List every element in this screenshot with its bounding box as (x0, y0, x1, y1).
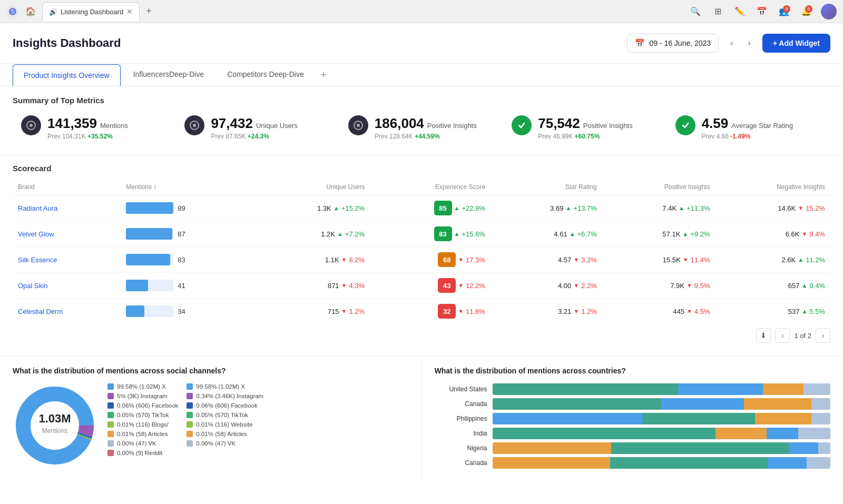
mentions-value: 141,359 (47, 115, 97, 132)
unique-users-cell: 1.2K ▲ +7.2% (257, 221, 370, 247)
mentions-cell: 41 (121, 273, 257, 299)
positive-insights-1-label: Positive Insights (427, 122, 477, 130)
summary-section-title: Summary of Top Metrics (0, 86, 843, 110)
exp-score-cell: 32 ▼ 11.8% (370, 299, 491, 324)
browser-tab[interactable]: 🔊 Listening Dashboard ✕ (42, 2, 140, 21)
positive-insights-2-sub: Prev 46.99K +60.75% (538, 133, 632, 140)
svg-text:Mentions: Mentions (42, 427, 68, 434)
date-picker[interactable]: 📅 09 - 16 June, 2023 (627, 34, 719, 53)
tab-close-icon[interactable]: ✕ (126, 7, 133, 16)
star-rating-cell: 3.69 ▲ +13.7% (491, 195, 602, 221)
legend-item: 0.34% (3.46K) Instagram (187, 393, 263, 399)
star-rating-label: Average Star Rating (731, 122, 793, 130)
star-rating-cell: 4.57 ▼ 3.2% (491, 247, 602, 273)
star-rating-icon (675, 115, 695, 135)
svg-text:1.03M: 1.03M (38, 412, 71, 425)
countries-title: What is the distribution of mentions acr… (435, 367, 831, 375)
metric-unique-users: 97,432 Unique Users Prev 87.65K +24.3% (176, 110, 339, 145)
star-rating-sub: Prev 4.66 -1.49% (702, 133, 793, 140)
scorecard-header-row: Brand Mentions ↕ Unique Users Experience… (13, 179, 830, 195)
scorecard-footer: ⬇ ‹ 1 of 2 › (13, 324, 830, 347)
table-row: Radiant Aura 89 1.3K ▲ +15.2% 85 ▲ +22. (13, 195, 830, 221)
main-content: Insights Dashboard 📅 09 - 16 June, 2023 … (0, 23, 843, 504)
legend-item: 0.01% (116) Blogs/ (107, 421, 178, 428)
date-next-button[interactable]: › (744, 37, 753, 49)
list-item: India (435, 428, 831, 439)
table-row: Opal Skin 41 871 ▼ 4.3% 43 ▼ 12.2% (13, 273, 830, 299)
edit-icon[interactable]: ✏️ (732, 4, 747, 19)
unique-users-cell: 1.3K ▲ +15.2% (257, 195, 370, 221)
mentions-cell: 34 (121, 299, 257, 324)
svg-text:S: S (11, 9, 15, 15)
date-range-text: 09 - 16 June, 2023 (649, 39, 711, 47)
browser-actions: 🔍 ⊞ ✏️ 📅 👥 8 🔔 8 (688, 4, 837, 19)
pos-insights-cell: 57.1K ▲ +9.2% (602, 221, 715, 247)
calendar-icon[interactable]: 📅 (754, 4, 769, 19)
bell-icon[interactable]: 🔔 8 (799, 4, 813, 19)
people-badge: 8 (783, 5, 790, 13)
date-prev-button[interactable]: ‹ (727, 37, 736, 49)
mentions-sub: Prev 104.31K +35.52% (47, 133, 128, 140)
tabs-bar: Product Insights Overview InfluencersDee… (0, 64, 843, 86)
metric-positive-insights-1: 186,004 Positive Insights Prev 128.64K +… (340, 110, 503, 145)
star-rating-cell: 3.21 ▼ 1.2% (491, 299, 602, 324)
metric-positive-insights-1-info: 186,004 Positive Insights Prev 128.64K +… (375, 115, 477, 140)
brand-cell: Celestial Derm (13, 299, 121, 324)
tab-add-button[interactable]: + (317, 65, 331, 85)
add-widget-button[interactable]: + Add Widget (762, 34, 830, 53)
legend-item: 0.00% (47) VK (187, 440, 263, 447)
export-icon-btn[interactable]: ⬇ (756, 328, 771, 343)
metric-unique-users-info: 97,432 Unique Users Prev 87.65K +24.3% (211, 115, 297, 140)
svg-point-8 (23, 394, 86, 457)
legend-item: 0.01% (58) Articles (187, 431, 263, 437)
page-title: Insights Dashboard (13, 36, 619, 50)
legend-item: 5% (3K) Instagram (107, 393, 178, 399)
legend-item: 0.06% (606) Facebook (187, 402, 263, 409)
tab-influencers[interactable]: InfluencersDeep-Dive (123, 64, 215, 86)
search-icon[interactable]: 🔍 (688, 4, 703, 19)
tab-competitors[interactable]: Competitors Deep-Dive (217, 64, 315, 86)
exp-score-cell: 43 ▼ 12.2% (370, 273, 491, 299)
countries-panel: What is the distribution of mentions acr… (422, 356, 844, 479)
scorecard-table: Brand Mentions ↕ Unique Users Experience… (13, 179, 830, 324)
metric-positive-insights-2: 75,542 Positive Insights Prev 46.99K +60… (503, 110, 666, 145)
positive-insights-1-icon (348, 115, 368, 135)
next-page-button[interactable]: › (816, 328, 830, 343)
prev-page-button[interactable]: ‹ (775, 328, 790, 343)
tab-product-insights[interactable]: Product Insights Overview (13, 64, 121, 86)
metric-star-rating: 4.59 Average Star Rating Prev 4.66 -1.49… (667, 110, 830, 145)
table-row: Silk Essence 83 1.1K ▼ 8.2% 68 ▼ 17.3% (13, 247, 830, 273)
star-rating-cell: 4.00 ▼ 2.2% (491, 273, 602, 299)
tab-favicon: 🔊 (49, 8, 57, 16)
table-row: Velvet Glow 87 1.2K ▲ +7.2% 83 ▲ +15.6% (13, 221, 830, 247)
col-mentions[interactable]: Mentions ↕ (121, 179, 257, 195)
legend-item: 99.58% (1.02M) X (107, 383, 178, 390)
social-channels-title: What is the distribution of mentions acr… (13, 367, 409, 375)
metric-positive-insights-1-main: 186,004 Positive Insights (375, 115, 477, 132)
mentions-label: Mentions (100, 122, 128, 130)
legend-item: 0.05% (570) TikTok (107, 412, 178, 418)
col-positive-insights: Positive Insights (602, 179, 715, 195)
legend-item: 0.05% (570) TikTok (187, 412, 263, 418)
new-tab-button[interactable]: + (144, 4, 154, 19)
donut-area: 1.03M Mentions 99.58% (1.02M) X5% (3K) I… (13, 383, 409, 468)
positive-insights-2-value: 75,542 (538, 115, 580, 132)
grid-icon[interactable]: ⊞ (710, 4, 725, 19)
metric-star-rating-main: 4.59 Average Star Rating (702, 115, 793, 132)
svg-point-3 (30, 124, 33, 127)
mentions-icon (21, 115, 41, 135)
pos-insights-cell: 7.9K ▼ 9.5% (602, 273, 715, 299)
pos-insights-cell: 15.5K ▼ 11.4% (602, 247, 715, 273)
neg-insights-cell: 6.6K ▼ 9.4% (715, 221, 830, 247)
bottom-section: What is the distribution of mentions acr… (0, 355, 843, 479)
metric-positive-insights-2-main: 75,542 Positive Insights (538, 115, 632, 132)
star-rating-value: 4.59 (702, 115, 729, 132)
scorecard-thead: Brand Mentions ↕ Unique Users Experience… (13, 179, 830, 195)
positive-insights-2-label: Positive Insights (583, 122, 633, 130)
list-item: Philippines (435, 413, 831, 424)
home-icon[interactable]: 🏠 (23, 4, 38, 19)
unique-users-cell: 871 ▼ 4.3% (257, 273, 370, 299)
user-avatar[interactable] (821, 4, 837, 19)
people-icon[interactable]: 👥 8 (777, 4, 791, 19)
unique-users-cell: 715 ▼ 1.2% (257, 299, 370, 324)
